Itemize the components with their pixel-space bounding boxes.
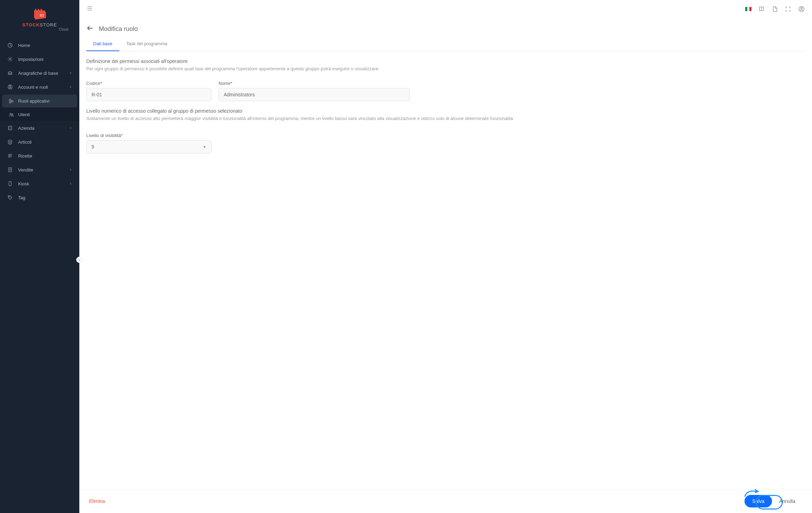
svg-point-1: [41, 14, 42, 15]
logo-subtext: Cloud: [0, 27, 79, 31]
user-circle-icon: [7, 84, 13, 90]
visibilita-select[interactable]: 9 ▼: [86, 140, 212, 153]
nav-label: Anagrafiche di base: [18, 71, 69, 76]
main: ▸ Modifi: [79, 0, 812, 513]
visibilita-label: Livello di visibilità*: [86, 133, 212, 138]
codice-input[interactable]: [86, 88, 212, 101]
logo[interactable]: STOCKSTORE Cloud: [0, 0, 79, 35]
select-value: 9: [91, 144, 94, 150]
svg-rect-12: [12, 101, 13, 102]
building-icon: [7, 125, 13, 131]
nav-label: Articoli: [18, 139, 72, 145]
sidebar-item-ricette[interactable]: Ricette: [0, 149, 79, 163]
svg-point-0: [40, 14, 41, 15]
sidebar-item-home[interactable]: Home: [0, 38, 79, 52]
arrow-left-icon: [86, 24, 94, 32]
sidebar-item-account[interactable]: Account e ruoli: [0, 80, 79, 94]
cancel-button[interactable]: Annulla: [772, 495, 802, 507]
pie-icon: [7, 42, 13, 48]
user-icon: [798, 6, 805, 13]
back-button[interactable]: [86, 24, 94, 33]
italy-flag-icon: [745, 7, 751, 11]
profile-button[interactable]: [798, 6, 805, 13]
subnav-label: Ruoli applicativi: [18, 98, 49, 104]
tab-dati-base[interactable]: Dati base: [86, 37, 119, 51]
logo-text: STOCKSTORE: [0, 22, 79, 27]
svg-point-2: [43, 14, 43, 15]
sidebar-item-anagrafiche[interactable]: Anagrafiche di base: [0, 66, 79, 80]
svg-rect-10: [9, 99, 11, 101]
delete-button[interactable]: Elimina: [89, 498, 105, 504]
section-title: Livello numerico di accesso collegato al…: [86, 108, 805, 114]
tablet-icon: [7, 181, 13, 187]
section-title: Definizione dei permessi associati all'o…: [86, 58, 805, 64]
sidebar: STOCKSTORE Cloud Home Impostazioni Anagr…: [0, 0, 79, 513]
nav-label: Ricette: [18, 153, 72, 159]
palette-icon: [772, 6, 778, 12]
svg-point-14: [12, 114, 13, 115]
list-icon: [7, 153, 13, 159]
footer: Elimina Salva Annulla: [79, 489, 812, 513]
sidebar-subitem-ruoli[interactable]: Ruoli applicativi: [2, 95, 77, 107]
logo-icon: [32, 7, 47, 21]
roles-icon: [8, 98, 15, 104]
chevron-down-icon: [69, 85, 72, 90]
sidebar-item-azienda[interactable]: Azienda: [0, 121, 79, 135]
inbox-icon: [7, 70, 13, 76]
sidebar-item-tag[interactable]: Tag: [0, 191, 79, 205]
svg-point-5: [43, 16, 43, 16]
svg-point-7: [9, 58, 11, 60]
svg-point-9: [9, 86, 11, 87]
chevron-right-icon: [69, 126, 72, 131]
sidebar-subitem-utenti[interactable]: Utenti: [0, 108, 79, 121]
tab-task-programma[interactable]: Task del programma: [119, 37, 174, 51]
nome-label: Nome*: [218, 81, 410, 86]
section-description: Per ogni gruppo di permesso è possibile …: [86, 65, 805, 72]
nav-label: Home: [18, 43, 72, 48]
language-flag-it[interactable]: [745, 7, 751, 11]
docs-button[interactable]: [758, 6, 765, 12]
fullscreen-button[interactable]: [785, 6, 791, 12]
tag-icon: [7, 194, 13, 201]
chevron-right-icon: [69, 167, 72, 173]
sidebar-item-impostazioni[interactable]: Impostazioni: [0, 52, 79, 66]
sidebar-item-kiosk[interactable]: Kiosk: [0, 177, 79, 191]
users-icon: [8, 112, 15, 118]
topbar: [79, 0, 812, 18]
sidebar-item-vendite[interactable]: Vendite: [0, 163, 79, 177]
expand-icon: [785, 6, 791, 12]
layers-icon: [7, 139, 13, 145]
svg-rect-11: [9, 102, 11, 103]
nav: Home Impostazioni Anagrafiche di base Ac…: [0, 35, 79, 205]
nav-label: Account e ruoli: [18, 85, 69, 90]
receipt-icon: [7, 167, 13, 173]
svg-point-20: [801, 7, 803, 9]
svg-point-3: [40, 16, 41, 16]
subnav-label: Utenti: [18, 112, 30, 117]
section-description: Solitamente un livello di accesso alto p…: [86, 115, 805, 122]
nav-label: Vendite: [18, 167, 69, 173]
chevron-down-icon: ▼: [203, 145, 206, 149]
nav-label: Tag: [18, 195, 72, 200]
content: Modifica ruolo Dati base Task del progra…: [79, 18, 812, 489]
book-icon: [758, 6, 765, 12]
codice-label: Codice*: [86, 81, 212, 86]
page-title: Modifica ruolo: [99, 25, 138, 33]
nome-input[interactable]: [218, 88, 410, 101]
chevron-right-icon: [69, 181, 72, 186]
svg-point-18: [9, 196, 9, 197]
menu-toggle-button[interactable]: [86, 5, 93, 13]
nav-label: Kiosk: [18, 181, 69, 186]
theme-button[interactable]: [772, 6, 778, 12]
nav-label: Impostazioni: [18, 57, 72, 62]
svg-rect-17: [9, 182, 11, 186]
svg-point-13: [10, 113, 11, 114]
nav-label: Azienda: [18, 126, 69, 131]
gear-icon: [7, 56, 13, 62]
tabs: Dati base Task del programma: [86, 37, 805, 51]
chevron-right-icon: [69, 71, 72, 76]
svg-point-4: [41, 16, 42, 16]
save-button[interactable]: Salva: [745, 495, 772, 507]
sidebar-collapse-button[interactable]: ▸: [76, 257, 82, 263]
sidebar-item-articoli[interactable]: Articoli: [0, 135, 79, 149]
